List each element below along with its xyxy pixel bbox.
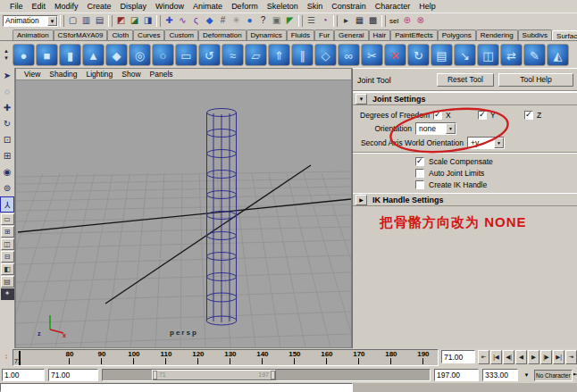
- viewport-canvas[interactable]: persp z x: [16, 80, 351, 347]
- tab-dynamics[interactable]: Dynamics: [247, 29, 287, 40]
- tab-rendering[interactable]: Rendering: [476, 29, 518, 40]
- expand-arrow-icon[interactable]: ▶: [355, 195, 367, 205]
- nurbs-cylinder-icon[interactable]: ▮: [59, 44, 81, 66]
- vp-menu-lighting[interactable]: Lighting: [81, 70, 117, 79]
- menu-skeleton[interactable]: Skeleton: [263, 2, 303, 11]
- dof-z-checkbox[interactable]: [524, 111, 533, 120]
- orientation-dropdown[interactable]: none ▼: [415, 122, 456, 135]
- show-manipulator-icon[interactable]: ⊚: [0, 180, 14, 196]
- goto-end-button[interactable]: ⇥: [565, 350, 577, 364]
- animation-start-field[interactable]: [2, 369, 45, 381]
- layout-two-side-icon[interactable]: ◫: [1, 238, 14, 250]
- select-hierarchy-icon[interactable]: ◩: [114, 14, 128, 27]
- shelf-menu-arrows[interactable]: ▲▼: [0, 41, 13, 69]
- second-axis-dropdown[interactable]: +y ▼: [467, 137, 505, 149]
- vp-menu-view[interactable]: View: [20, 70, 45, 79]
- layout-outliner-persp-icon[interactable]: ◧: [1, 263, 14, 275]
- step-forward-key-button[interactable]: ▶|: [553, 350, 564, 364]
- tab-fur[interactable]: Fur: [314, 29, 334, 40]
- move-tool-icon[interactable]: ✚: [0, 100, 14, 116]
- untrim-icon[interactable]: ✕: [384, 44, 406, 66]
- select-component-icon[interactable]: ◨: [141, 14, 155, 27]
- range-start-handle[interactable]: [153, 371, 157, 379]
- rebuild-surfaces-icon[interactable]: ⇄: [500, 44, 523, 66]
- playback-start-field[interactable]: [48, 369, 98, 381]
- attach-surfaces-icon[interactable]: ∞: [338, 44, 360, 66]
- joint-settings-section-header[interactable]: ▼ Joint Settings: [353, 92, 577, 105]
- revolve-icon[interactable]: ↺: [198, 44, 221, 66]
- snap-plane-icon[interactable]: ◆: [203, 14, 216, 27]
- menu-window[interactable]: Window: [151, 2, 188, 11]
- chevron-down-icon[interactable]: ▼: [47, 16, 57, 26]
- wireframe-cylinder[interactable]: [206, 109, 237, 326]
- trim-tool-icon[interactable]: ◫: [477, 44, 499, 66]
- ik-handle-settings-section-header[interactable]: ▶ IK Handle Settings: [353, 193, 577, 206]
- chevron-down-icon[interactable]: ▼: [446, 123, 456, 134]
- nurbs-torus-icon[interactable]: ◎: [129, 44, 151, 66]
- collapse-arrow-icon[interactable]: ▼: [355, 94, 367, 104]
- lock-icon[interactable]: ▣: [270, 14, 283, 27]
- snap-curve-icon[interactable]: ∿: [176, 14, 189, 27]
- joint-tool-icon[interactable]: ⅄: [0, 196, 14, 213]
- nurbs-square-icon[interactable]: ▭: [175, 44, 197, 66]
- nurbs-cone-icon[interactable]: ▲: [82, 44, 105, 66]
- reset-tool-button[interactable]: Reset Tool: [437, 73, 494, 87]
- tab-csformaya09[interactable]: CSforMAYA09: [54, 29, 108, 40]
- boundary-icon[interactable]: ◇: [314, 44, 337, 66]
- tab-polygons[interactable]: Polygons: [438, 29, 476, 40]
- menu-deform[interactable]: Deform: [227, 2, 263, 11]
- loft-icon[interactable]: ≈: [222, 44, 244, 66]
- open-close-surfaces-icon[interactable]: ↻: [407, 44, 430, 66]
- scale-tool-icon[interactable]: ⊡: [0, 132, 14, 148]
- chevron-down-icon[interactable]: ▼: [521, 371, 532, 381]
- play-forwards-button[interactable]: ▶: [528, 350, 539, 364]
- range-end-handle[interactable]: [271, 371, 275, 379]
- range-slider-bar[interactable]: 71 197: [102, 369, 431, 381]
- tab-curves[interactable]: Curves: [133, 29, 164, 40]
- select-object-icon[interactable]: ◪: [128, 14, 141, 27]
- nurbs-circle-icon[interactable]: ○: [152, 44, 174, 66]
- lasso-tool-icon[interactable]: ◌: [0, 84, 14, 100]
- planar-icon[interactable]: ▱: [245, 44, 267, 66]
- vp-menu-panels[interactable]: Panels: [146, 70, 178, 79]
- list-input-ops-icon[interactable]: ☰: [305, 14, 318, 27]
- layout-four-pane-icon[interactable]: ⊞: [1, 226, 14, 238]
- snap-grid-icon[interactable]: ✚: [163, 14, 176, 27]
- make-live-icon[interactable]: ✳: [230, 14, 243, 27]
- auto-keyframe-icon[interactable]: ⊷: [573, 370, 577, 379]
- step-back-key-button[interactable]: |◀: [490, 350, 502, 364]
- vp-menu-shading[interactable]: Shading: [45, 70, 81, 79]
- animation-end-field[interactable]: [482, 369, 518, 381]
- menu-file[interactable]: File: [5, 2, 28, 11]
- new-scene-icon[interactable]: ▢: [66, 14, 79, 27]
- tab-deformation[interactable]: Deformation: [198, 29, 247, 40]
- layout-two-stack-icon[interactable]: ⊟: [1, 251, 14, 263]
- quick-help-icon[interactable]: ?: [256, 14, 270, 27]
- menu-edit[interactable]: Edit: [28, 2, 51, 11]
- tab-hair[interactable]: Hair: [369, 29, 391, 40]
- select-tool-icon[interactable]: ➤: [0, 68, 14, 84]
- sculpt-geometry-icon[interactable]: ✎: [523, 44, 546, 66]
- tab-general[interactable]: General: [334, 29, 368, 40]
- render-globals-icon[interactable]: ▩: [366, 14, 380, 27]
- dof-y-checkbox[interactable]: [478, 111, 487, 120]
- layout-hypershade-icon[interactable]: ▤: [1, 276, 14, 288]
- menu-create[interactable]: Create: [83, 2, 116, 11]
- scale-compensate-checkbox[interactable]: [415, 157, 424, 166]
- menu-display[interactable]: Display: [116, 2, 152, 11]
- chevron-down-icon[interactable]: ▼: [494, 138, 504, 148]
- time-slider-track[interactable]: 71 80 90 100 110 120 130 140 150 160 170…: [13, 349, 439, 366]
- nurbs-cube-icon[interactable]: ■: [36, 44, 58, 66]
- snap-point-icon[interactable]: ς: [189, 14, 203, 27]
- shelf-menu-up-icon[interactable]: ▲: [4, 48, 9, 54]
- layout-single-pane-icon[interactable]: ▭: [1, 213, 14, 225]
- ipr-render-icon[interactable]: ▦: [353, 14, 366, 27]
- numeric-input-icon[interactable]: ⊗: [414, 14, 427, 27]
- play-backwards-button[interactable]: ◀: [515, 350, 527, 364]
- tab-animation[interactable]: Animation: [13, 29, 54, 40]
- tab-fluids[interactable]: Fluids: [287, 29, 314, 40]
- tab-subdivs[interactable]: Subdivs: [518, 29, 552, 40]
- step-forward-frame-button[interactable]: |▶: [540, 350, 552, 364]
- construction-history-icon[interactable]: ◔: [318, 14, 331, 27]
- quick-select-field-icon[interactable]: ⊕: [400, 14, 414, 27]
